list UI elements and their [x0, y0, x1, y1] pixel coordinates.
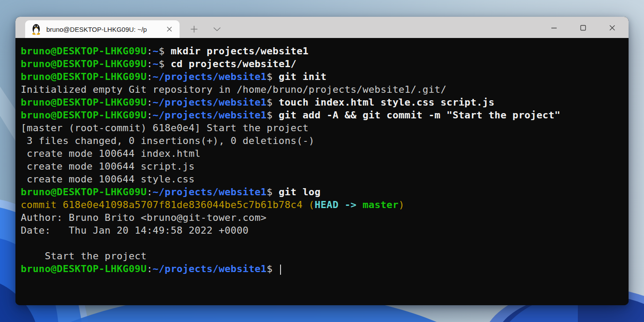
terminal-text-segment: Start the project	[21, 250, 147, 261]
terminal-line: [master (root-commit) 618e0e4] Start the…	[21, 121, 623, 134]
terminal-text-segment: git add -A && git commit -m "Start the p…	[279, 110, 561, 121]
terminal-text-segment: bruno@DESKTOP-LHKG09U	[21, 110, 147, 121]
tab-title: bruno@DESKTOP-LHKG09U: ~/p	[46, 26, 157, 33]
terminal-text-segment: [master (root-commit) 618e0e4] Start the…	[21, 122, 309, 133]
terminal-text-segment: bruno@DESKTOP-LHKG09U	[21, 58, 147, 69]
terminal-line: create mode 100644 script.js	[21, 160, 623, 173]
terminal-text-segment: ~/projects/website1	[153, 71, 266, 82]
terminal-window: bruno@DESKTOP-LHKG09U: ~/p	[15, 17, 629, 305]
terminal-tab[interactable]: bruno@DESKTOP-LHKG09U: ~/p	[25, 20, 180, 38]
desktop-wallpaper: bruno@DESKTOP-LHKG09U: ~/p	[0, 0, 644, 322]
terminal-text-segment: bruno@DESKTOP-LHKG09U	[21, 263, 147, 274]
terminal-text-segment: :	[147, 71, 153, 82]
window-controls	[539, 18, 629, 38]
linux-tux-icon	[31, 23, 41, 35]
terminal-text-segment: create mode 100644 style.css	[21, 174, 195, 185]
chevron-down-icon	[213, 27, 221, 31]
terminal-line: bruno@DESKTOP-LHKG09U:~$ cd projects/web…	[21, 57, 623, 70]
terminal-line	[21, 237, 623, 250]
terminal-line: bruno@DESKTOP-LHKG09U:~$ mkdir projects/…	[21, 45, 623, 57]
minimize-button[interactable]	[539, 18, 569, 38]
terminal-text-segment: ~	[153, 58, 159, 69]
terminal-text-segment: $	[266, 71, 278, 82]
terminal-line: create mode 100644 style.css	[21, 173, 623, 186]
close-button[interactable]	[598, 18, 627, 38]
terminal-text-segment: touch index.html style.css script.js	[279, 97, 494, 108]
terminal-text-segment: HEAD ->	[315, 199, 363, 210]
terminal-text-segment: $	[266, 110, 278, 121]
terminal-text-segment: ~/projects/website1	[153, 97, 266, 108]
terminal-line: create mode 100644 index.html	[21, 147, 623, 160]
maximize-icon	[579, 24, 587, 32]
close-icon	[608, 24, 616, 32]
terminal-text-segment: :	[147, 110, 153, 121]
terminal-line: bruno@DESKTOP-LHKG09U:~/projects/website…	[21, 262, 623, 275]
terminal-text-segment: :	[147, 58, 153, 69]
terminal-text-segment: git init	[279, 71, 327, 82]
terminal-text-segment: bruno@DESKTOP-LHKG09U	[21, 71, 147, 82]
terminal-line: Start the project	[21, 250, 623, 262]
tab-dropdown-button[interactable]	[210, 20, 225, 38]
titlebar[interactable]: bruno@DESKTOP-LHKG09U: ~/p	[15, 17, 629, 38]
terminal-line: commit 618e0e41098a5707f81de836044be5c7b…	[21, 198, 623, 211]
terminal-line: bruno@DESKTOP-LHKG09U:~/projects/website…	[21, 109, 623, 121]
new-tab-button[interactable]	[187, 20, 202, 38]
terminal-text-segment: :	[147, 186, 153, 197]
terminal-output[interactable]: bruno@DESKTOP-LHKG09U:~$ mkdir projects/…	[15, 38, 629, 305]
terminal-text-segment: $	[266, 263, 278, 274]
terminal-text-segment: ~/projects/website1	[153, 186, 266, 197]
terminal-text-segment: ~/projects/website1	[153, 263, 266, 274]
terminal-text-segment: ~	[153, 45, 159, 57]
terminal-text-segment: )	[399, 199, 405, 210]
terminal-text-segment: :	[147, 45, 153, 57]
plus-icon	[190, 25, 198, 33]
terminal-text-segment: mkdir projects/website1	[171, 45, 309, 57]
terminal-cursor	[280, 265, 281, 275]
terminal-text-segment: $	[266, 186, 278, 197]
minimize-icon	[550, 24, 558, 32]
terminal-text-segment: :	[147, 263, 153, 274]
terminal-text-segment: 3 files changed, 0 insertions(+), 0 dele…	[21, 135, 315, 146]
maximize-button[interactable]	[569, 18, 598, 38]
terminal-text-segment: git log	[279, 186, 321, 197]
terminal-line: Author: Bruno Brito <bruno@git-tower.com…	[21, 211, 623, 224]
terminal-text-segment: bruno@DESKTOP-LHKG09U	[21, 97, 147, 108]
tab-close-icon[interactable]	[164, 23, 175, 35]
terminal-text-segment: create mode 100644 script.js	[21, 161, 195, 172]
terminal-line: Initialized empty Git repository in /hom…	[21, 83, 623, 96]
terminal-line: bruno@DESKTOP-LHKG09U:~/projects/website…	[21, 70, 623, 83]
terminal-text-segment: cd projects/website1/	[171, 58, 297, 69]
terminal-line: bruno@DESKTOP-LHKG09U:~/projects/website…	[21, 186, 623, 198]
terminal-text-segment: bruno@DESKTOP-LHKG09U	[21, 186, 147, 197]
terminal-text-segment: $	[159, 58, 171, 69]
terminal-text-segment: Author: Bruno Brito <bruno@git-tower.com…	[21, 212, 266, 223]
terminal-line: Date: Thu Jan 20 14:49:58 2022 +0000	[21, 224, 623, 237]
terminal-line: 3 files changed, 0 insertions(+), 0 dele…	[21, 134, 623, 147]
terminal-text-segment: Initialized empty Git repository in /hom…	[21, 84, 446, 95]
terminal-text-segment: create mode 100644 index.html	[21, 148, 201, 159]
terminal-text-segment: :	[147, 97, 153, 108]
terminal-text-segment: commit 618e0e41098a5707f81de836044be5c7b…	[21, 199, 315, 210]
terminal-text-segment: bruno@DESKTOP-LHKG09U	[21, 45, 147, 57]
terminal-text-segment: $	[159, 45, 171, 57]
terminal-line: bruno@DESKTOP-LHKG09U:~/projects/website…	[21, 96, 623, 109]
terminal-text-segment: master	[363, 199, 399, 210]
terminal-text-segment: $	[266, 97, 278, 108]
terminal-text-segment: ~/projects/website1	[153, 110, 266, 121]
terminal-text-segment: Date: Thu Jan 20 14:49:58 2022 +0000	[21, 225, 249, 236]
